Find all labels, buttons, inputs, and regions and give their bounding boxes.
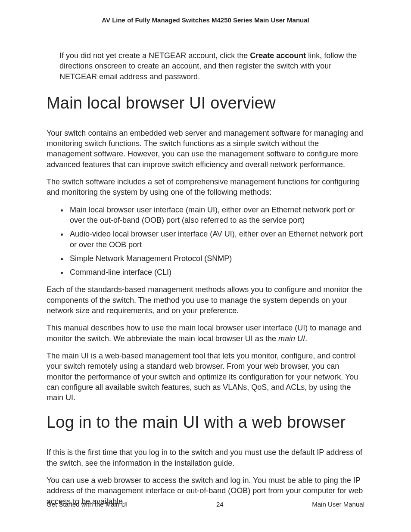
body-paragraph: Each of the standards-based management m… (47, 284, 364, 316)
section-heading-login: Log in to the main UI with a web browser (47, 413, 364, 432)
methods-list: Main local browser user interface (main … (47, 205, 364, 278)
section-heading-overview: Main local browser UI overview (47, 94, 364, 112)
body-paragraph: Your switch contains an embedded web ser… (47, 128, 364, 170)
footer-left: Get Started with the Main UI (47, 501, 128, 508)
list-item: Audio-video local browser user interface… (68, 229, 364, 250)
list-item: Command-line interface (CLI) (68, 267, 364, 277)
create-account-bold: Create account (250, 51, 306, 60)
main-ui-italic: main UI (278, 334, 305, 343)
intro-pre: If you did not yet create a NETGEAR acco… (59, 51, 250, 60)
body-paragraph: The switch software includes a set of co… (47, 177, 364, 198)
intro-paragraph: If you did not yet create a NETGEAR acco… (59, 50, 364, 82)
list-item: Main local browser user interface (main … (68, 205, 364, 226)
text-run: This manual describes how to use the mai… (47, 324, 361, 342)
text-run: . (305, 334, 307, 343)
body-paragraph: The main UI is a web-based management to… (47, 351, 364, 403)
footer-right: Main User Manual (312, 501, 364, 508)
body-paragraph: This manual describes how to use the mai… (47, 323, 364, 344)
list-item: Simple Network Management Protocol (SNMP… (68, 253, 364, 264)
page-footer: Get Started with the Main UI 24 Main Use… (47, 501, 364, 508)
footer-page-number: 24 (216, 501, 224, 508)
page-header-title: AV Line of Fully Managed Switches M4250 … (47, 16, 364, 24)
body-paragraph: If this is the first time that you log i… (47, 447, 364, 468)
